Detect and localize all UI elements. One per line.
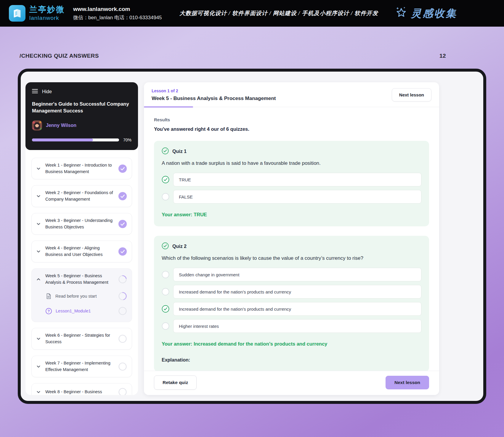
hide-label: Hide <box>42 89 52 94</box>
instructor-avatar <box>32 120 42 130</box>
question-icon: ? <box>45 308 52 315</box>
quiz-result-card: Quiz 2Which of the following scenarios i… <box>154 236 429 371</box>
progress-ring-icon <box>118 307 127 315</box>
star-sparkle-icon <box>394 6 408 21</box>
brand-english: lanlanwork <box>29 15 65 21</box>
quiz-list: Quiz 1A nation with a trade surplus is s… <box>154 141 429 371</box>
quiz-result-card: Quiz 1A nation with a trade surplus is s… <box>154 141 429 226</box>
lesson-header: Lesson 1 of 2 Week 5 - Business Analysis… <box>144 82 439 107</box>
quiz-option[interactable]: FALSE <box>162 190 421 204</box>
quiz-question: Which of the following scenarios is like… <box>162 255 421 261</box>
svg-text:?: ? <box>48 309 50 313</box>
quiz-card-header: Quiz 2 <box>162 242 421 251</box>
chevron-down-icon[interactable] <box>36 364 42 369</box>
quiz-card-header: Quiz 1 <box>162 147 421 156</box>
chevron-down-icon[interactable] <box>36 249 42 254</box>
hamburger-menu-icon <box>32 89 38 95</box>
week-label: Week 5 - Beginner - Business Analysis & … <box>45 273 115 286</box>
lesson-item-label: Read before you start <box>55 294 115 299</box>
site-info: www.lanlanwork.com 微信：ben_lanlan 电话：010-… <box>73 6 162 21</box>
radio-checked-icon <box>162 176 169 183</box>
quiz-option-text: Increased demand for the nation’s produc… <box>173 302 421 316</box>
app-window: Hide Beginner's Guide to Successful Comp… <box>18 69 486 404</box>
next-lesson-button-bottom[interactable]: Next lesson <box>386 376 429 389</box>
progress-ring-icon <box>118 292 127 301</box>
progress-ring-icon <box>118 388 127 395</box>
sidebar-week-item[interactable]: Week 4 - Beginner - Aligning Business an… <box>31 241 132 262</box>
quiz-question: A nation with a trade surplus is said to… <box>162 160 421 166</box>
top-brand-bar: 兰亭妙微 lanlanwork www.lanlanwork.com 微信：be… <box>0 0 504 27</box>
sidebar-week-item[interactable]: Week 8 - Beginner - Business <box>31 383 132 395</box>
week-row: Week 6 - Beginner - Strategies for Succe… <box>36 332 127 345</box>
progress-ring-icon <box>118 334 127 343</box>
sidebar-week-item[interactable]: Week 2 - Beginner - Foundations of Compa… <box>31 185 132 207</box>
sidebar-lesson-item[interactable]: ?Lesson1_Module1 <box>45 304 127 317</box>
quiz-option-text: TRUE <box>173 173 421 186</box>
course-sidebar: Hide Beginner's Guide to Successful Comp… <box>25 82 138 395</box>
quiz-correct-check-icon <box>162 242 169 251</box>
sidebar-week-item[interactable]: Week 5 - Beginner - Business Analysis & … <box>31 268 132 322</box>
lesson-title: Week 5 - Business Analysis & Process Man… <box>152 96 276 101</box>
sidebar-week-item[interactable]: Week 1 - Beginner - Introduction to Busi… <box>31 158 132 180</box>
results-heading: Results <box>154 117 429 122</box>
slide-caption-row: /CHECKING QUIZ ANSWERS 12 <box>0 27 504 59</box>
week-label: Week 3 - Beginner - Understanding Busine… <box>45 217 115 230</box>
contact-info: 微信：ben_lanlan 电话：010-63334945 <box>73 15 162 21</box>
progress-percent: 70% <box>123 138 131 142</box>
week-label: Week 6 - Beginner - Strategies for Succe… <box>45 332 115 345</box>
quiz-option[interactable]: Increased demand for the nation’s produc… <box>162 302 421 316</box>
progress-fill <box>32 138 93 141</box>
radio-empty-icon <box>162 288 169 296</box>
quiz-option[interactable]: TRUE <box>162 173 421 186</box>
week-row: Week 4 - Beginner - Aligning Business an… <box>36 245 127 258</box>
chevron-down-icon[interactable] <box>36 221 42 227</box>
hide-sidebar-button[interactable]: Hide <box>32 89 131 95</box>
chevron-down-icon[interactable] <box>36 336 42 341</box>
week-label: Week 2 - Beginner - Foundations of Compa… <box>45 190 115 203</box>
chevron-down-icon[interactable] <box>36 389 42 395</box>
week-label: Week 7 - Beginner - Implementing Effecti… <box>45 360 115 373</box>
quiz-option[interactable]: Sudden change in government <box>162 268 421 281</box>
chevron-down-icon[interactable] <box>36 193 42 199</box>
active-tab-underline <box>144 107 193 107</box>
document-icon <box>45 293 52 299</box>
lesson-counter: Lesson 1 of 2 <box>152 88 276 93</box>
quiz-correct-check-icon <box>162 147 169 156</box>
radio-empty-icon <box>162 322 169 330</box>
radio-empty-icon <box>162 271 169 278</box>
radio-empty-icon <box>162 193 169 201</box>
quiz-name: Quiz 1 <box>172 149 187 154</box>
lesson-panel: Lesson 1 of 2 Week 5 - Business Analysis… <box>144 82 439 395</box>
sidebar-lesson-item[interactable]: Read before you start <box>45 290 127 303</box>
course-progress: 70% <box>32 138 131 142</box>
results-summary: You've answered right 4 our of 6 quizzes… <box>154 126 429 132</box>
lesson-header-text: Lesson 1 of 2 Week 5 - Business Analysis… <box>152 88 276 101</box>
inspiration-collect: 灵感收集 <box>394 6 457 21</box>
week-label: Week 8 - Beginner - Business <box>45 389 115 395</box>
chevron-down-icon[interactable] <box>36 166 42 171</box>
sidebar-week-item[interactable]: Week 6 - Beginner - Strategies for Succe… <box>31 328 132 350</box>
page-number: 12 <box>439 53 446 59</box>
quiz-option-text: FALSE <box>173 190 421 204</box>
sidebar-week-item[interactable]: Week 7 - Beginner - Implementing Effecti… <box>31 356 132 378</box>
quiz-option[interactable]: Higher interest rates <box>162 319 421 333</box>
results-area: Results You've answered right 4 our of 6… <box>144 107 439 371</box>
your-answer-text: Your answer: TRUE <box>162 212 421 217</box>
chevron-up-icon[interactable] <box>36 277 42 282</box>
week-row: Week 8 - Beginner - Business <box>36 388 127 395</box>
retake-quiz-button[interactable]: Retake quiz <box>154 375 197 390</box>
sidebar-week-item[interactable]: Week 3 - Beginner - Understanding Busine… <box>31 213 132 235</box>
brand-names: 兰亭妙微 lanlanwork <box>29 5 65 21</box>
your-answer-text: Your answer: Increased demand for the na… <box>162 341 421 347</box>
week-row: Week 2 - Beginner - Foundations of Compa… <box>36 190 127 203</box>
week-list: Week 1 - Beginner - Introduction to Busi… <box>25 150 138 395</box>
sidebar-header: Hide Beginner's Guide to Successful Comp… <box>25 82 138 150</box>
quiz-option[interactable]: Increased demand for the nation’s produc… <box>162 285 421 299</box>
week-row: Week 5 - Beginner - Business Analysis & … <box>36 273 127 286</box>
instructor-name: Jenny Wilson <box>46 123 76 128</box>
completed-check-icon <box>118 192 127 201</box>
next-lesson-button-top[interactable]: Next lesson <box>392 88 431 101</box>
quiz-option-text: Higher interest rates <box>173 319 421 333</box>
completed-check-icon <box>118 220 127 228</box>
week-label: Week 4 - Beginner - Aligning Business an… <box>45 245 115 258</box>
